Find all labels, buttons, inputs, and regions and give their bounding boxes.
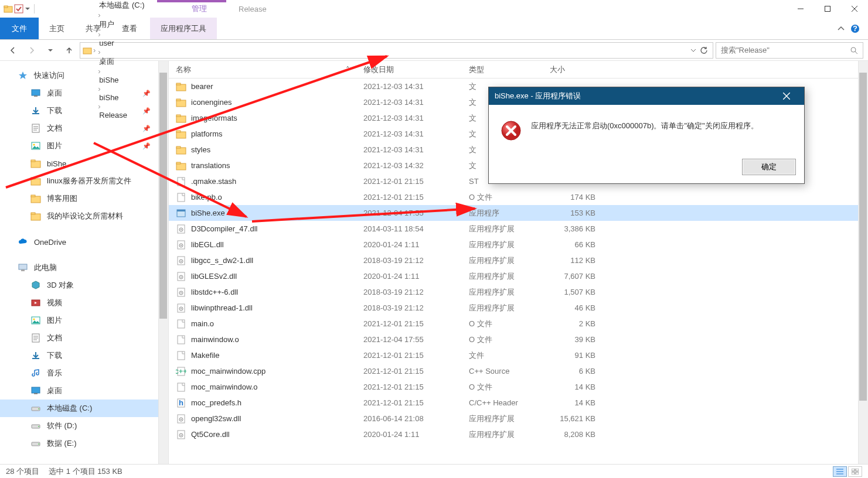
nav-item[interactable]: 文档 — [0, 329, 168, 347]
qat-dropdown-icon[interactable] — [25, 6, 30, 12]
address-bar[interactable]: › 此电脑›本地磁盘 (C:)›用户›user›桌面›biShe›biShe›R… — [80, 42, 713, 59]
file-row[interactable]: Makefile2021-12-01 21:15文件91 KB — [169, 347, 868, 363]
file-name: bearer — [191, 82, 213, 91]
breadcrumb-segment[interactable]: 用户 — [97, 19, 147, 30]
nav-label: OneDrive — [34, 238, 66, 247]
file-row[interactable]: biShe.exe2021-12-04 17:55应用程序153 KB — [169, 205, 868, 221]
nav-item[interactable]: 文档📌 — [0, 120, 168, 137]
dll-icon — [176, 303, 186, 313]
svg-rect-59 — [178, 177, 185, 186]
file-row[interactable]: Qt5Core.dll2020-01-24 1:11应用程序扩展8,208 KB — [169, 426, 868, 442]
file-row[interactable]: main.o2021-12-01 21:15O 文件2 KB — [169, 316, 868, 332]
ribbon-tab-file[interactable]: 文件 — [0, 18, 39, 39]
nav-item[interactable]: linux服务器开发所需文件 — [0, 172, 168, 190]
download-icon — [30, 350, 41, 361]
view-large-icons-button[interactable] — [848, 466, 862, 477]
chevron-right-icon[interactable]: › — [98, 47, 100, 56]
dialog-title-bar[interactable]: biShe.exe - 应用程序错误 — [489, 87, 804, 105]
file-row[interactable]: opengl32sw.dll2016-06-14 21:08应用程序扩展15,6… — [169, 411, 868, 426]
maximize-button[interactable] — [814, 0, 841, 18]
nav-item[interactable]: 图片📌 — [0, 137, 168, 155]
ribbon-expand-icon[interactable] — [838, 25, 845, 32]
file-size: 6 KB — [550, 367, 604, 375]
file-type: O 文件 — [462, 319, 550, 329]
ribbon-tab-app-tools[interactable]: 应用程序工具 — [150, 18, 217, 39]
search-input[interactable] — [721, 46, 850, 54]
navigation-pane: 快速访问桌面📌下载📌文档📌图片📌biShelinux服务器开发所需文件博客用图我… — [0, 61, 169, 464]
address-dropdown-icon[interactable] — [690, 47, 696, 53]
view-details-button[interactable] — [833, 466, 847, 477]
file-row[interactable]: libgcc_s_dw2-1.dll2018-03-19 21:12应用程序扩展… — [169, 252, 868, 268]
nav-this-pc[interactable]: 此电脑 — [0, 259, 168, 276]
nav-item[interactable]: 3D 对象 — [0, 276, 168, 294]
search-box[interactable] — [716, 42, 863, 59]
svg-text:?: ? — [853, 24, 857, 33]
file-type: C++ Source — [462, 367, 550, 375]
refresh-icon[interactable] — [700, 46, 708, 54]
nav-item[interactable]: biShe — [0, 155, 168, 172]
svg-text:h: h — [179, 398, 183, 407]
breadcrumb-segment[interactable]: user — [97, 39, 147, 47]
file-row[interactable]: mainwindow.o2021-12-04 17:55O 文件39 KB — [169, 332, 868, 347]
chevron-right-icon[interactable]: › — [93, 46, 96, 54]
file-row[interactable]: libEGL.dll2020-01-24 1:11应用程序扩展66 KB — [169, 237, 868, 252]
svg-rect-53 — [176, 132, 186, 138]
folder-icon — [176, 145, 186, 155]
minimize-button[interactable] — [787, 0, 814, 18]
back-button[interactable] — [5, 42, 21, 59]
dialog-ok-button[interactable]: 确定 — [742, 159, 796, 175]
nav-item[interactable]: 桌面📌 — [0, 84, 168, 102]
file-date: 2021-12-01 21:15 — [356, 367, 462, 375]
ribbon-tab-home[interactable]: 主页 — [39, 18, 75, 39]
nav-item[interactable]: 我的毕设论文所需材料 — [0, 207, 168, 225]
file-row[interactable]: hmoc_predefs.h2021-12-01 21:15C/C++ Head… — [169, 395, 868, 411]
chevron-right-icon[interactable]: › — [98, 30, 100, 39]
help-icon[interactable]: ? — [850, 24, 860, 33]
nav-item[interactable]: 下载📌 — [0, 102, 168, 120]
file-date: 2021-12-04 17:55 — [356, 335, 462, 344]
nav-item[interactable]: 下载 — [0, 347, 168, 364]
file-row[interactable]: c++moc_mainwindow.cpp2021-12-01 21:15C++… — [169, 363, 868, 379]
status-selection: 选中 1 个项目 153 KB — [49, 466, 122, 477]
file-row[interactable]: libstdc++-6.dll2018-03-19 21:12应用程序扩展1,5… — [169, 284, 868, 300]
column-header-date[interactable]: 修改日期 — [356, 61, 462, 78]
nav-item[interactable]: 博客用图 — [0, 190, 168, 207]
nav-item[interactable]: 软件 (D:) — [0, 417, 168, 435]
column-header-name[interactable]: 名称˄ — [169, 61, 356, 78]
dll-icon — [176, 240, 186, 250]
nav-onedrive[interactable]: OneDrive — [0, 233, 168, 251]
3d-icon — [30, 280, 41, 291]
nav-item[interactable]: 图片 — [0, 312, 168, 329]
nav-item[interactable]: 本地磁盘 (C:) — [0, 400, 168, 417]
svg-point-77 — [181, 292, 182, 293]
close-button[interactable] — [841, 0, 868, 18]
column-header-type[interactable]: 类型 — [462, 61, 550, 78]
search-icon[interactable] — [850, 46, 858, 54]
qat-checkbox-icon[interactable] — [14, 4, 23, 13]
nav-item[interactable]: 音乐 — [0, 364, 168, 382]
up-button[interactable] — [61, 42, 77, 59]
content-scrollbar[interactable] — [858, 61, 868, 464]
file-date: 2021-12-04 17:55 — [356, 209, 462, 217]
file-size: 15,621 KB — [550, 414, 604, 423]
file-row[interactable]: moc_mainwindow.o2021-12-01 21:15O 文件14 K… — [169, 379, 868, 395]
nav-item[interactable]: 视频 — [0, 294, 168, 312]
breadcrumb-segment[interactable]: 本地磁盘 (C:) — [97, 0, 147, 11]
file-row[interactable]: D3Dcompiler_47.dll2014-03-11 18:54应用程序扩展… — [169, 221, 868, 237]
dialog-close-button[interactable] — [775, 87, 798, 105]
nav-quick-access[interactable]: 快速访问 — [0, 67, 168, 84]
file-row[interactable]: bike.pb.o2021-12-01 21:15O 文件174 KB — [169, 189, 868, 205]
dll-icon — [176, 414, 186, 424]
nav-item[interactable]: 桌面 — [0, 382, 168, 400]
file-size: 3,386 KB — [550, 224, 604, 233]
svg-rect-48 — [176, 83, 181, 85]
recent-dropdown[interactable] — [42, 42, 59, 59]
file-row[interactable]: libGLESv2.dll2020-01-24 1:11应用程序扩展7,607 … — [169, 268, 868, 284]
chevron-right-icon[interactable]: › — [98, 11, 100, 19]
file-row[interactable]: libwinpthread-1.dll2018-03-19 21:12应用程序扩… — [169, 300, 868, 316]
forward-button[interactable] — [23, 42, 40, 59]
navpane-scrollbar[interactable] — [158, 61, 168, 464]
nav-item[interactable]: 数据 (E:) — [0, 435, 168, 452]
column-header-size[interactable]: 大小 — [550, 61, 604, 78]
dialog-message: 应用程序无法正常启动(0xc000007b)。请单击"确定"关闭应用程序。 — [531, 120, 758, 132]
